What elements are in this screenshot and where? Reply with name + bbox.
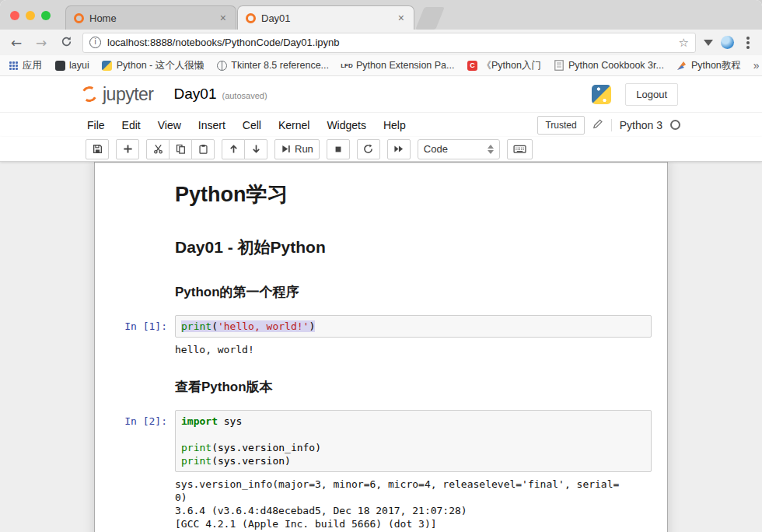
bookmark-apps[interactable]: 应用 [8,59,42,72]
cut-cell-button[interactable] [146,139,170,159]
input-prompt: In [1]: [100,315,175,338]
markdown-cell-first-program[interactable]: Python的第一个程序 [96,270,666,311]
notebook-title[interactable]: Day01 [174,86,217,103]
menubar-divider [611,119,612,131]
back-icon[interactable]: ← [8,35,25,51]
paste-cell-button[interactable] [191,139,215,159]
heading-check-version: 查看Python版本 [175,378,652,396]
reload-icon[interactable] [58,35,75,51]
menu-kernel[interactable]: Kernel [278,119,309,131]
bookmarks-overflow-icon[interactable]: » [753,59,760,72]
code-editor[interactable]: import sys print(sys.version_info) print… [175,410,652,472]
code-editor[interactable]: print('hello, world!') [175,315,652,338]
jupyter-toolbar: Run Code [0,137,762,162]
python-favicon-icon [102,60,113,71]
tab-close-icon[interactable]: × [397,12,406,24]
code-token: import [181,415,218,427]
cell-type-select[interactable]: Code [418,139,500,159]
csdn-favicon-icon: C [467,60,477,71]
menu-widgets[interactable]: Widgets [327,119,366,131]
address-bar[interactable]: i localhost:8888/notebooks/PythonCode/Da… [82,33,696,53]
cell-output: sys.version_info(major=3, minor=6, micro… [175,472,662,532]
bookmark-label: Python Extension Pa... [356,60,454,71]
page-info-icon[interactable]: i [89,37,101,48]
tab-day01[interactable]: Day01 × [237,5,414,30]
new-tab-button[interactable] [415,7,445,30]
input-prompt: In [2]: [100,410,175,472]
globe-favicon-icon [216,60,227,71]
notebook-container: Python学习 Day01 - 初始Python Python的第一个程序 I… [94,162,668,532]
trusted-button[interactable]: Trusted [537,116,584,135]
edit-title-pencil-icon[interactable] [592,118,603,131]
code-token: print [181,455,211,467]
run-cell-button[interactable]: Run [274,139,320,159]
bookmark-python-tutorial[interactable]: Python教程 [676,59,741,72]
cell-prompt [100,274,175,307]
menu-file[interactable]: File [87,119,105,131]
code-token: 'hello, world!' [218,320,309,332]
bookmark-label: 应用 [23,59,42,72]
bookmark-python-extension[interactable]: LFD Python Extension Pa... [341,60,454,71]
apps-grid-icon [8,60,19,71]
bookmark-cookbook[interactable]: Python Cookbook 3r... [554,60,664,71]
bookmark-layui[interactable]: layui [54,60,89,71]
code-token: print [181,320,211,332]
command-palette-button[interactable] [507,139,533,159]
logout-button[interactable]: Logout [625,83,678,106]
move-cell-down-button[interactable] [244,139,267,159]
lfd-favicon-icon: LFD [341,60,352,71]
book-favicon-icon [554,60,565,71]
bookmark-label: Python教程 [691,59,741,72]
menu-edit[interactable]: Edit [122,119,141,131]
close-window-button[interactable] [10,11,19,20]
bookmark-label: Python - 这个人很懒 [117,59,204,72]
output-prompt [100,472,175,532]
browser-menu-icon[interactable] [746,41,750,44]
menu-insert[interactable]: Insert [198,119,225,131]
minimize-window-button[interactable] [26,11,35,20]
tab-close-icon[interactable]: × [218,12,228,24]
url-text[interactable]: localhost:8888/notebooks/PythonCode/Day0… [107,37,673,48]
heading-day01: Day01 - 初始Python [175,236,652,258]
menu-cell[interactable]: Cell [243,119,261,131]
code-token: (sys.version) [211,455,291,467]
autosave-status: (autosaved) [222,91,267,100]
menubar-right: Trusted Python 3 [537,116,680,135]
jupyter-favicon-icon [246,13,256,23]
jupyter-logo-icon [80,85,99,103]
download-arrow-icon[interactable] [704,40,713,46]
code-token: print [181,442,211,453]
forward-icon[interactable]: → [33,35,50,51]
bookmark-python-lazy[interactable]: Python - 这个人很懒 [102,59,204,72]
bookmark-label: layui [69,60,89,71]
code-cell-1[interactable]: In [1]: print('hello, world!') hello, wo… [96,311,666,365]
browser-navbar: ← → i localhost:8888/notebooks/PythonCod… [0,30,762,55]
code-token: ) [309,320,315,332]
interrupt-kernel-button[interactable] [327,139,350,159]
markdown-cell-day01[interactable]: Day01 - 初始Python [96,223,666,270]
bookmark-star-icon[interactable]: ☆ [679,36,689,50]
bookmark-python-intro[interactable]: C 《Python入门 [467,59,540,72]
menu-help[interactable]: Help [383,119,406,131]
restart-run-all-button[interactable] [387,139,411,159]
jupyter-logo[interactable]: jupyter [82,84,154,105]
add-cell-button[interactable] [116,139,139,159]
code-token: ( [211,320,218,332]
bookmarks-bar: 应用 layui Python - 这个人很懒 Tkinter 8.5 refe… [0,55,762,76]
copy-cell-button[interactable] [169,139,192,159]
menu-view[interactable]: View [158,119,181,131]
tab-home[interactable]: Home × [65,5,236,30]
markdown-cell-version[interactable]: 查看Python版本 [96,365,666,406]
code-token: (sys.version_info) [211,442,321,453]
markdown-cell-title[interactable]: Python学习 [96,170,666,223]
tutorial-favicon-icon [676,60,687,71]
bookmark-tkinter[interactable]: Tkinter 8.5 reference... [216,60,329,71]
code-cell-2[interactable]: In [2]: import sys print(sys.version_inf… [96,406,666,532]
save-button[interactable] [86,139,109,159]
extension-icon[interactable] [721,36,734,49]
fullscreen-window-button[interactable] [41,11,51,20]
move-cell-up-button[interactable] [222,139,245,159]
tab-day01-label: Day01 [261,12,391,24]
restart-kernel-button[interactable] [357,139,380,159]
cell-prompt [100,174,175,219]
